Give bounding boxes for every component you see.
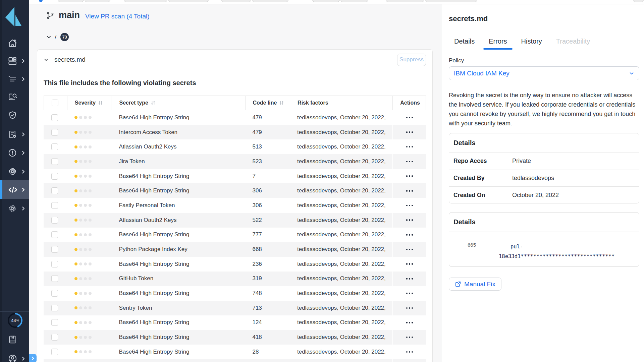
chevron-down-icon[interactable] [46, 34, 52, 40]
app-logo[interactable] [0, 0, 29, 30]
row-checkbox[interactable] [51, 275, 58, 282]
table-row[interactable]: Sentry Token713tedlassodevops, October 2… [44, 301, 426, 315]
policy-select[interactable]: IBM Cloud IAM Key [449, 66, 639, 80]
table-row[interactable]: Atlassian Oauth2 Keys513tedlassodevops, … [44, 139, 426, 154]
table-row[interactable] [44, 359, 426, 362]
table-row[interactable]: GitHub Token319tedlassodevops, October 2… [44, 272, 426, 286]
tab-details[interactable]: Details [449, 38, 480, 49]
risk-factors-cell [290, 359, 392, 362]
table-row[interactable]: Python Package Index Key668tedlassodevop… [44, 242, 426, 257]
table-row[interactable]: Base64 High Entropy String306tedlassodev… [44, 183, 426, 198]
table-row[interactable]: Base64 High Entropy String28tedlassodevo… [44, 345, 426, 359]
file-card-subtitle: This file includes the following violati… [44, 79, 426, 87]
sidebar-item-reports[interactable] [0, 125, 29, 143]
sidebar-item-hardware[interactable] [0, 162, 29, 181]
row-actions-button[interactable] [406, 190, 413, 192]
row-checkbox[interactable] [51, 231, 58, 238]
sidebar-item-alerts[interactable] [0, 143, 29, 162]
row-checkbox[interactable] [51, 290, 58, 297]
row-actions-button[interactable] [406, 337, 413, 338]
row-checkbox[interactable] [51, 114, 58, 121]
row-checkbox[interactable] [51, 334, 58, 341]
sidebar-item-code-active[interactable] [0, 180, 29, 199]
column-header-code-line[interactable]: Code line [245, 96, 290, 110]
table-row[interactable]: Base64 High Entropy String777tedlassodev… [44, 228, 426, 242]
table-row[interactable]: Base64 High Entropy String748tedlassodev… [44, 286, 426, 301]
code-line-cell: 522 [245, 213, 290, 228]
table-row[interactable]: Fastly Personal Token306tedlassodevops, … [44, 198, 426, 213]
redacted-tab [85, 0, 110, 2]
row-checkbox[interactable] [51, 246, 58, 253]
row-actions-button[interactable] [406, 234, 413, 236]
table-row[interactable]: Intercom Access Token479tedlassodevops, … [44, 125, 426, 140]
row-actions-button[interactable] [406, 146, 413, 148]
code-line-cell: 124 [245, 315, 290, 330]
table-row[interactable]: Base64 High Entropy String7tedlassodevop… [44, 169, 426, 184]
row-checkbox[interactable] [51, 187, 58, 194]
secret-type-cell: Base64 High Entropy String [111, 286, 246, 301]
select-all-checkbox[interactable] [52, 100, 58, 106]
secret-type-cell: Base64 High Entropy String [111, 257, 246, 272]
tab-traceability[interactable]: Traceability [551, 38, 596, 49]
sidebar-item-list[interactable] [0, 70, 29, 88]
row-actions-button[interactable] [406, 219, 413, 221]
row-actions-button[interactable] [406, 278, 413, 280]
table-row[interactable]: Atlassian Oauth2 Keys522tedlassodevops, … [44, 213, 426, 228]
row-actions-button[interactable] [406, 307, 413, 309]
row-checkbox[interactable] [51, 173, 58, 180]
chevron-right-icon [21, 150, 25, 155]
row-checkbox[interactable] [51, 143, 58, 150]
manual-fix-button[interactable]: Manual Fix [449, 278, 501, 291]
view-pr-scan-link[interactable]: View PR scan (4 Total) [85, 13, 150, 20]
column-header-secret-type[interactable]: Secret type [111, 96, 246, 110]
tab-history[interactable]: History [516, 38, 547, 49]
scan-progress-ring[interactable]: 44% [7, 313, 23, 328]
row-actions-button[interactable] [406, 322, 413, 323]
row-actions-button[interactable] [406, 175, 413, 177]
code-snippet: 665 pul- 18e33d1************************… [449, 232, 639, 261]
row-actions-button[interactable] [406, 249, 413, 250]
table-row[interactable]: Base64 High Entropy String479tedlassodev… [44, 110, 426, 125]
row-actions-button[interactable] [406, 263, 413, 265]
sidebar-item-dashboard[interactable] [0, 52, 29, 70]
code-line-2: 18e33d1****************************** [499, 252, 614, 261]
table-row[interactable]: Base64 High Entropy String236tedlassodev… [44, 257, 426, 272]
suppress-button[interactable]: Suppress [397, 54, 426, 66]
table-row[interactable]: Jira Token523tedlassodevops, October 20,… [44, 154, 426, 169]
tab-errors[interactable]: Errors [483, 38, 512, 49]
sidebar-expand-handle[interactable] [29, 354, 37, 362]
file-card-header: secrets.md Suppress [37, 50, 432, 70]
details-row-value: October 20, 2022 [512, 192, 559, 199]
row-actions-button[interactable] [406, 161, 413, 163]
sidebar-item-account[interactable] [0, 349, 29, 362]
chevron-down-icon[interactable] [44, 57, 49, 62]
row-checkbox[interactable] [51, 261, 58, 267]
row-actions-button[interactable] [406, 131, 413, 133]
chevron-right-icon [31, 356, 35, 360]
sidebar-item-settings[interactable] [0, 199, 29, 218]
sidebar-item-security[interactable] [0, 106, 29, 124]
row-checkbox[interactable] [51, 319, 58, 326]
sidebar-item-docs[interactable] [0, 330, 29, 349]
secret-type-cell: Python Package Index Key [111, 242, 246, 257]
column-header-severity[interactable]: Severity [67, 96, 111, 110]
row-checkbox[interactable] [51, 305, 58, 311]
row-checkbox[interactable] [51, 158, 58, 165]
row-checkbox[interactable] [51, 349, 58, 355]
row-checkbox[interactable] [51, 217, 58, 224]
row-actions-button[interactable] [406, 351, 413, 353]
sidebar-item-scan[interactable] [0, 87, 29, 106]
row-checkbox[interactable] [51, 202, 58, 209]
table-row[interactable]: Base64 High Entropy String418tedlassodev… [44, 330, 426, 345]
table-row[interactable]: Base64 High Entropy String124tedlassodev… [44, 315, 426, 330]
redacted-tab [340, 0, 368, 2]
details-row: Repo AccesPrivate [449, 153, 639, 170]
table-body: Base64 High Entropy String479tedlassodev… [44, 110, 426, 362]
details-row-label: Repo Acces [449, 158, 512, 165]
row-actions-button[interactable] [406, 293, 413, 294]
row-checkbox[interactable] [51, 129, 58, 136]
sidebar-item-home[interactable] [0, 34, 29, 52]
risk-factors-cell: tedlassodevops, October 20, 2022, [290, 257, 392, 272]
row-actions-button[interactable] [406, 117, 413, 119]
row-actions-button[interactable] [406, 205, 413, 206]
